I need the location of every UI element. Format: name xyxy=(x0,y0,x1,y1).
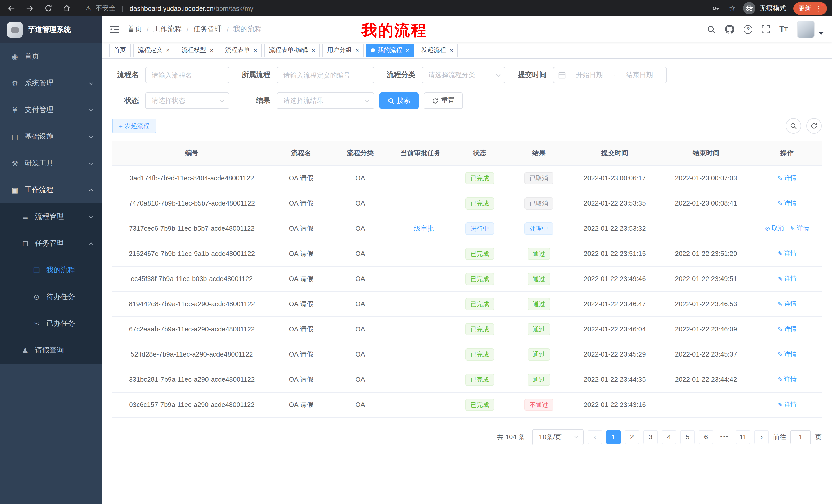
cell-current-task: 一级审批 xyxy=(390,216,451,241)
owner-process-input[interactable] xyxy=(277,67,374,83)
sidebar-item-1[interactable]: ⚙系统管理 xyxy=(0,70,102,96)
show-search-button[interactable] xyxy=(786,118,801,134)
detail-button[interactable]: ✎详情 xyxy=(778,375,797,384)
hamburger-icon[interactable] xyxy=(110,25,119,33)
submit-time-range[interactable]: 开始日期 - 结束日期 xyxy=(553,67,667,83)
fullscreen-icon[interactable] xyxy=(762,25,770,33)
cell-status: 已完成 xyxy=(451,342,508,367)
github-icon[interactable] xyxy=(725,25,734,34)
page-button-4[interactable]: 4 xyxy=(662,430,676,444)
tab-close-icon[interactable]: × xyxy=(254,47,257,53)
detail-button[interactable]: ✎详情 xyxy=(778,274,797,283)
detail-button[interactable]: ✎详情 xyxy=(778,325,797,333)
sidebar-item-11[interactable]: ♟请假查询 xyxy=(0,337,102,364)
tab-5[interactable]: 用户分组× xyxy=(322,44,364,57)
cell-result: 处理中 xyxy=(508,216,570,241)
sidebar-item-5[interactable]: ▣工作流程 xyxy=(0,177,102,203)
sidebar-item-2[interactable]: ¥支付管理 xyxy=(0,96,102,123)
sidebar-item-3[interactable]: ▤基础设施 xyxy=(0,123,102,150)
detail-button[interactable]: ✎详情 xyxy=(778,350,797,359)
detail-button[interactable]: ✎详情 xyxy=(778,300,797,308)
avatar[interactable] xyxy=(797,21,814,38)
app-logo[interactable]: 芋道管理系统 xyxy=(0,17,102,43)
sidebar-item-7[interactable]: ⊟任务管理 xyxy=(0,230,102,257)
address-bar[interactable]: ⚠ 不安全 | dashboard.yudao.iocoder.cn/bpm/t… xyxy=(85,4,253,13)
page-button-1[interactable]: 1 xyxy=(606,430,621,444)
browser-actions: ☆ 无痕模式 更新 ⋮ xyxy=(709,2,827,15)
next-page-button[interactable]: › xyxy=(754,430,769,444)
tab-0[interactable]: 首页 xyxy=(109,44,131,57)
breadcrumb-item[interactable]: 工作流程 xyxy=(153,25,182,34)
tab-2[interactable]: 流程模型× xyxy=(177,44,218,57)
detail-button[interactable]: ✎详情 xyxy=(778,174,797,183)
sidebar-item-4[interactable]: ⚒研发工具 xyxy=(0,150,102,177)
browser-reload-icon[interactable] xyxy=(42,2,54,15)
tab-7[interactable]: 发起流程× xyxy=(417,44,458,57)
tab-close-icon[interactable]: × xyxy=(355,47,359,53)
tab-1[interactable]: 流程定义× xyxy=(133,44,174,57)
detail-button[interactable]: ✎详情 xyxy=(778,400,797,409)
password-key-icon[interactable] xyxy=(709,2,722,15)
pager-ellipsis[interactable]: ••• xyxy=(717,430,732,444)
font-size-icon[interactable]: TT xyxy=(779,25,788,33)
refresh-button[interactable] xyxy=(806,118,822,134)
result-select[interactable]: 请选择流结果 xyxy=(277,92,374,109)
cancel-button[interactable]: ⊘取消 xyxy=(765,224,784,233)
user-icon: ♟ xyxy=(21,346,30,355)
filter-status: 状态 请选择状态 xyxy=(112,92,229,109)
tab-3[interactable]: 流程表单× xyxy=(220,44,262,57)
cell-submit-time: 2022-01-22 23:46:04 xyxy=(570,316,660,342)
cell-current-task xyxy=(390,367,451,392)
help-icon[interactable]: ? xyxy=(744,25,753,34)
detail-icon: ✎ xyxy=(778,326,783,333)
page-button-6[interactable]: 6 xyxy=(699,430,713,444)
detail-button[interactable]: ✎详情 xyxy=(778,249,797,258)
browser-update-button[interactable]: 更新 ⋮ xyxy=(794,2,827,15)
page-size-select[interactable]: 10条/页 xyxy=(532,429,583,445)
category-select[interactable]: 请选择流程分类 xyxy=(422,67,505,83)
browser-forward-icon[interactable] xyxy=(24,2,36,15)
sidebar-item-10[interactable]: ✂已办任务 xyxy=(0,310,102,337)
tab-6[interactable]: 我的流程× xyxy=(366,44,414,57)
browser-back-icon[interactable] xyxy=(5,2,18,15)
action-label: 详情 xyxy=(784,325,797,333)
tab-4[interactable]: 流程表单-编辑× xyxy=(264,44,320,57)
sidebar-item-8[interactable]: ❏我的流程 xyxy=(0,257,102,284)
process-name-input[interactable] xyxy=(145,67,229,83)
cell-submit-time: 2022-01-23 00:06:17 xyxy=(570,165,660,191)
action-label: 详情 xyxy=(784,400,797,409)
page-button-5[interactable]: 5 xyxy=(680,430,695,444)
breadcrumb-item[interactable]: 首页 xyxy=(128,25,142,34)
page-button-11[interactable]: 11 xyxy=(736,430,750,444)
detail-button[interactable]: ✎详情 xyxy=(778,199,797,207)
tab-close-icon[interactable]: × xyxy=(312,47,315,53)
goto-page-input[interactable] xyxy=(790,430,811,444)
tab-close-icon[interactable]: × xyxy=(406,47,409,53)
chevron-down-icon[interactable] xyxy=(818,32,824,35)
reset-button[interactable]: 重置 xyxy=(424,92,463,109)
chevron-down-icon xyxy=(89,161,93,165)
browser-home-icon[interactable] xyxy=(61,2,73,15)
breadcrumb-item[interactable]: 任务管理 xyxy=(193,25,222,34)
sidebar-item-0[interactable]: ◉首页 xyxy=(0,43,102,70)
action-label: 详情 xyxy=(784,350,797,359)
status-select[interactable]: 请选择状态 xyxy=(145,92,229,109)
tab-close-icon[interactable]: × xyxy=(210,47,213,53)
sidebar-item-9[interactable]: ⊙待办任务 xyxy=(0,284,102,310)
page-button-3[interactable]: 3 xyxy=(643,430,658,444)
browser-menu-icon[interactable]: ⋮ xyxy=(815,5,822,11)
prev-page-button[interactable]: ‹ xyxy=(588,430,602,444)
sidebar-item-6[interactable]: ≡流程管理 xyxy=(0,203,102,230)
start-process-button[interactable]: + 发起流程 xyxy=(112,119,156,133)
search-button[interactable]: 搜索 xyxy=(380,92,419,109)
result-placeholder: 请选择流结果 xyxy=(283,96,323,105)
search-icon[interactable] xyxy=(707,25,716,34)
bookmark-star-icon[interactable]: ☆ xyxy=(729,4,736,13)
page-button-2[interactable]: 2 xyxy=(625,430,639,444)
detail-button[interactable]: ✎详情 xyxy=(790,224,809,233)
workflow-icon: ▣ xyxy=(10,186,20,194)
tab-close-icon[interactable]: × xyxy=(166,47,170,53)
tabs-bar: 首页流程定义×流程模型×流程表单×流程表单-编辑×用户分组×我的流程×发起流程× xyxy=(102,42,832,59)
task-link[interactable]: 一级审批 xyxy=(407,224,434,232)
tab-close-icon[interactable]: × xyxy=(449,47,453,53)
